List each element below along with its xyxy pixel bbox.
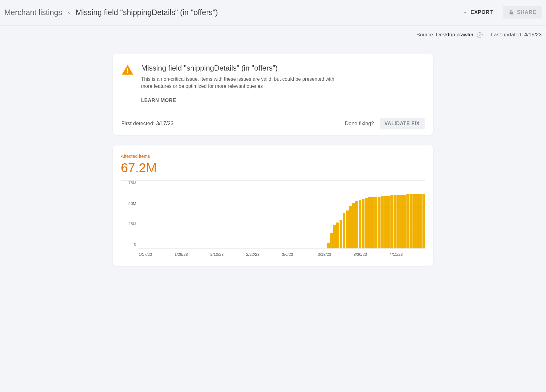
- updated-label: Last updated:: [491, 32, 524, 38]
- chart-x-tick: 1/17/23: [139, 252, 174, 257]
- export-label: EXPORT: [471, 9, 493, 15]
- export-button[interactable]: EXPORT: [456, 6, 499, 18]
- top-actions: EXPORT SHARE: [456, 6, 542, 18]
- chart-bar[interactable]: [333, 225, 336, 249]
- done-fixing-label: Done fixing?: [345, 120, 374, 127]
- chart-gridline: [139, 248, 425, 249]
- divider: [121, 180, 425, 181]
- issue-card: Missing field "shippingDetails" (in "off…: [113, 54, 433, 135]
- chart-bar[interactable]: [346, 210, 348, 249]
- chart-x-tick: 3/30/23: [354, 252, 389, 257]
- chart-bar[interactable]: [384, 196, 387, 249]
- chart-y-tick: 25M: [121, 222, 136, 226]
- svg-rect-1: [127, 72, 128, 73]
- svg-rect-0: [127, 68, 128, 71]
- chart-y-tick: 0: [121, 242, 136, 247]
- last-updated: Last updated: 4/16/23: [491, 32, 542, 38]
- issue-title: Missing field "shippingDetails" (in "off…: [141, 64, 341, 72]
- chart-bar[interactable]: [387, 196, 390, 249]
- chart-bar[interactable]: [406, 194, 409, 249]
- chart-x-tick: 2/22/23: [246, 252, 282, 257]
- chart-bar[interactable]: [419, 194, 422, 249]
- chart-bar[interactable]: [352, 203, 355, 249]
- share-label: SHARE: [517, 9, 536, 15]
- updated-value: 4/16/23: [524, 32, 542, 38]
- chart-bar[interactable]: [340, 220, 342, 249]
- learn-more-link[interactable]: LEARN MORE: [141, 98, 341, 103]
- chart-bar[interactable]: [362, 199, 365, 249]
- chart-y-tick: 50M: [121, 201, 136, 206]
- chart-bar[interactable]: [410, 194, 412, 249]
- breadcrumb-current: Missing field "shippingDetails" (in "off…: [76, 8, 218, 17]
- chart-gridline: [139, 208, 425, 208]
- affected-items-label: Affected items: [121, 153, 425, 159]
- affected-items-value: 67.2M: [121, 161, 425, 175]
- chart-bar[interactable]: [355, 201, 358, 249]
- chart-bar[interactable]: [378, 197, 381, 249]
- chart-bar[interactable]: [368, 197, 371, 249]
- chart-x-tick: 1/29/23: [174, 252, 210, 257]
- top-bar: Merchant listings Missing field "shippin…: [0, 0, 546, 26]
- chart-x-tick: 3/6/23: [282, 252, 318, 257]
- chart-bar[interactable]: [330, 233, 333, 249]
- chart-plot-area[interactable]: 025M50M75M: [139, 187, 425, 249]
- issue-header: Missing field "shippingDetails" (in "off…: [113, 54, 433, 112]
- chart-bar[interactable]: [381, 196, 384, 249]
- issue-description: This is a non-critical issue. Items with…: [141, 76, 341, 90]
- chart-bar[interactable]: [327, 243, 329, 249]
- breadcrumb: Merchant listings Missing field "shippin…: [4, 8, 218, 17]
- chart-x-tick: 2/10/23: [210, 252, 246, 257]
- chart-bar[interactable]: [422, 194, 425, 249]
- chart-bar[interactable]: [359, 200, 361, 249]
- chart-bar[interactable]: [365, 198, 368, 249]
- first-detected-label: First detected:: [121, 120, 156, 126]
- chart-bar[interactable]: [374, 197, 377, 249]
- chart-bar[interactable]: [403, 195, 406, 249]
- breadcrumb-parent[interactable]: Merchant listings: [4, 8, 62, 17]
- validate-fix-button[interactable]: VALIDATE FIX: [380, 118, 425, 129]
- chart-gridline: [139, 187, 425, 187]
- chart-bar[interactable]: [371, 197, 374, 249]
- first-detected: First detected: 3/17/23: [121, 120, 173, 127]
- chart-x-tick: 4/11/23: [389, 252, 425, 257]
- chart-bar[interactable]: [349, 206, 352, 249]
- chart-y-tick: 75M: [121, 181, 136, 185]
- detection-row: First detected: 3/17/23 Done fixing? VAL…: [113, 112, 433, 135]
- help-icon[interactable]: ?: [477, 32, 483, 38]
- source-value: Desktop crawler: [436, 32, 474, 38]
- chart-bar[interactable]: [397, 195, 400, 249]
- issue-body: Missing field "shippingDetails" (in "off…: [141, 64, 341, 103]
- chart-bar[interactable]: [336, 223, 339, 249]
- chart-bar[interactable]: [390, 195, 393, 249]
- chart-bar[interactable]: [343, 213, 345, 249]
- meta-row: Source: Desktop crawler ? Last updated: …: [0, 26, 546, 42]
- download-icon: [462, 10, 467, 15]
- chart-bar[interactable]: [394, 195, 397, 249]
- chart-x-tick: 3/18/23: [318, 252, 353, 257]
- share-button[interactable]: SHARE: [503, 6, 542, 18]
- source: Source: Desktop crawler ?: [417, 32, 483, 38]
- chart-gridline: [139, 228, 425, 228]
- chart-bars: [139, 187, 425, 249]
- first-detected-value: 3/17/23: [156, 120, 173, 126]
- chart-card: Affected items 67.2M 025M50M75M 1/17/231…: [113, 145, 433, 266]
- warning-icon: [121, 64, 134, 103]
- lock-icon: [508, 10, 514, 15]
- chevron-right-icon: [67, 8, 71, 17]
- chart-bar[interactable]: [416, 194, 419, 249]
- content: Missing field "shippingDetails" (in "off…: [110, 54, 436, 266]
- chart: 025M50M75M 1/17/231/29/232/10/232/22/233…: [121, 187, 425, 257]
- chart-bar[interactable]: [413, 194, 416, 249]
- chart-x-axis: 1/17/231/29/232/10/232/22/233/6/233/18/2…: [139, 252, 425, 257]
- chart-bar[interactable]: [400, 195, 403, 249]
- source-label: Source:: [417, 32, 436, 38]
